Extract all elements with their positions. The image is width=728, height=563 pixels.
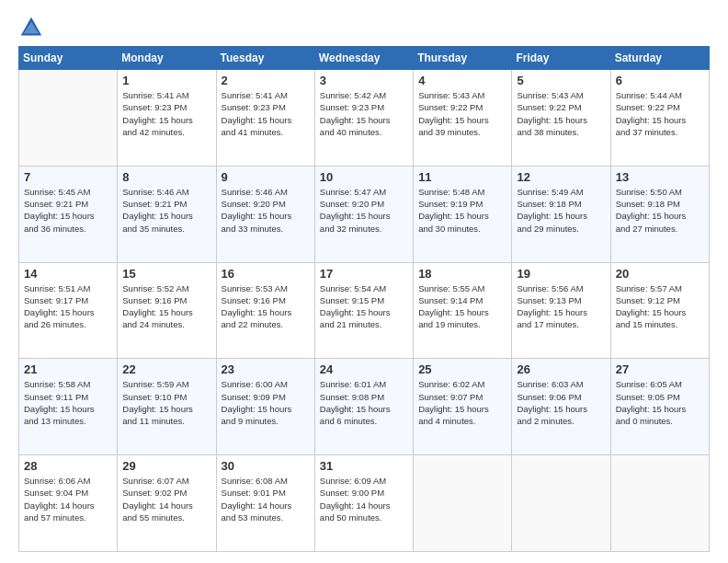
day-number: 12 [517,170,605,184]
calendar-cell: 5Sunrise: 5:43 AM Sunset: 9:22 PM Daylig… [512,70,610,167]
calendar-cell: 7Sunrise: 5:45 AM Sunset: 9:21 PM Daylig… [19,166,118,262]
day-number: 17 [320,267,408,281]
day-info: Sunrise: 6:09 AM Sunset: 9:00 PM Dayligh… [320,475,408,523]
day-number: 9 [222,170,310,184]
day-info: Sunrise: 5:57 AM Sunset: 9:12 PM Dayligh… [616,282,704,331]
day-info: Sunrise: 6:05 AM Sunset: 9:05 PM Dayligh… [616,378,704,427]
day-info: Sunrise: 5:49 AM Sunset: 9:18 PM Dayligh… [517,186,605,235]
day-info: Sunrise: 5:50 AM Sunset: 9:18 PM Dayligh… [616,186,704,235]
day-number: 19 [517,267,605,281]
day-number: 7 [24,170,112,184]
calendar-cell: 21Sunrise: 5:58 AM Sunset: 9:11 PM Dayli… [19,359,118,455]
day-number: 27 [616,362,704,376]
day-number: 25 [418,362,506,376]
day-info: Sunrise: 5:45 AM Sunset: 9:21 PM Dayligh… [24,186,112,235]
calendar-week-row: 14Sunrise: 5:51 AM Sunset: 9:17 PM Dayli… [19,262,710,359]
day-number: 22 [122,362,210,376]
calendar-cell: 12Sunrise: 5:49 AM Sunset: 9:18 PM Dayli… [512,166,610,262]
day-info: Sunrise: 5:42 AM Sunset: 9:23 PM Dayligh… [320,89,408,138]
day-info: Sunrise: 5:56 AM Sunset: 9:13 PM Dayligh… [517,282,605,331]
day-number: 24 [320,362,408,376]
day-info: Sunrise: 5:52 AM Sunset: 9:16 PM Dayligh… [122,282,210,331]
day-info: Sunrise: 6:01 AM Sunset: 9:08 PM Dayligh… [320,378,408,427]
header [18,15,710,40]
calendar-cell [512,455,610,552]
weekday-header-monday: Monday [118,47,216,70]
calendar-cell: 1Sunrise: 5:41 AM Sunset: 9:23 PM Daylig… [118,70,216,167]
day-number: 13 [616,170,704,184]
day-info: Sunrise: 5:41 AM Sunset: 9:23 PM Dayligh… [122,89,210,138]
calendar-cell: 2Sunrise: 5:41 AM Sunset: 9:23 PM Daylig… [216,70,314,167]
calendar-cell: 17Sunrise: 5:54 AM Sunset: 9:15 PM Dayli… [314,262,413,359]
day-number: 8 [122,170,210,184]
day-number: 14 [24,267,112,281]
day-number: 1 [122,74,210,87]
weekday-header-sunday: Sunday [19,47,118,70]
logo-icon [18,15,44,40]
day-info: Sunrise: 6:00 AM Sunset: 9:09 PM Dayligh… [222,378,310,427]
day-info: Sunrise: 5:54 AM Sunset: 9:15 PM Dayligh… [320,282,408,331]
day-number: 28 [24,459,112,473]
day-number: 2 [222,74,310,87]
calendar-cell: 6Sunrise: 5:44 AM Sunset: 9:22 PM Daylig… [610,70,709,167]
day-info: Sunrise: 6:07 AM Sunset: 9:02 PM Dayligh… [122,475,210,523]
calendar-cell [610,455,709,552]
day-info: Sunrise: 5:43 AM Sunset: 9:22 PM Dayligh… [517,89,605,138]
calendar-cell: 9Sunrise: 5:46 AM Sunset: 9:20 PM Daylig… [216,166,314,262]
calendar-cell: 22Sunrise: 5:59 AM Sunset: 9:10 PM Dayli… [118,359,216,455]
calendar-cell [19,70,118,167]
calendar-cell [414,455,512,552]
day-number: 4 [418,74,506,87]
day-info: Sunrise: 5:48 AM Sunset: 9:19 PM Dayligh… [418,186,506,235]
day-info: Sunrise: 6:03 AM Sunset: 9:06 PM Dayligh… [517,378,605,427]
calendar-cell: 15Sunrise: 5:52 AM Sunset: 9:16 PM Dayli… [118,262,216,359]
day-info: Sunrise: 5:41 AM Sunset: 9:23 PM Dayligh… [222,89,310,138]
weekday-header-wednesday: Wednesday [314,47,413,70]
calendar-cell: 30Sunrise: 6:08 AM Sunset: 9:01 PM Dayli… [216,455,314,552]
weekday-header-row: SundayMondayTuesdayWednesdayThursdayFrid… [19,47,710,70]
day-info: Sunrise: 5:58 AM Sunset: 9:11 PM Dayligh… [24,378,112,427]
day-number: 18 [418,267,506,281]
calendar-week-row: 28Sunrise: 6:06 AM Sunset: 9:04 PM Dayli… [19,455,710,552]
page: SundayMondayTuesdayWednesdayThursdayFrid… [0,0,728,563]
day-info: Sunrise: 6:06 AM Sunset: 9:04 PM Dayligh… [24,475,112,523]
day-number: 16 [222,267,310,281]
calendar-cell: 10Sunrise: 5:47 AM Sunset: 9:20 PM Dayli… [314,166,413,262]
calendar-cell: 18Sunrise: 5:55 AM Sunset: 9:14 PM Dayli… [414,262,512,359]
day-number: 31 [320,459,408,473]
weekday-header-friday: Friday [512,47,610,70]
day-info: Sunrise: 5:55 AM Sunset: 9:14 PM Dayligh… [418,282,506,331]
calendar-cell: 28Sunrise: 6:06 AM Sunset: 9:04 PM Dayli… [19,455,118,552]
day-number: 10 [320,170,408,184]
calendar-cell: 13Sunrise: 5:50 AM Sunset: 9:18 PM Dayli… [610,166,709,262]
calendar-cell: 14Sunrise: 5:51 AM Sunset: 9:17 PM Dayli… [19,262,118,359]
calendar-table: SundayMondayTuesdayWednesdayThursdayFrid… [18,46,710,552]
day-number: 23 [222,362,310,376]
day-number: 11 [418,170,506,184]
calendar-cell: 24Sunrise: 6:01 AM Sunset: 9:08 PM Dayli… [314,359,413,455]
calendar-cell: 8Sunrise: 5:46 AM Sunset: 9:21 PM Daylig… [118,166,216,262]
weekday-header-thursday: Thursday [414,47,512,70]
calendar-cell: 26Sunrise: 6:03 AM Sunset: 9:06 PM Dayli… [512,359,610,455]
weekday-header-saturday: Saturday [610,47,709,70]
day-number: 3 [320,74,408,87]
calendar-cell: 3Sunrise: 5:42 AM Sunset: 9:23 PM Daylig… [314,70,413,167]
logo [18,15,48,40]
calendar-week-row: 7Sunrise: 5:45 AM Sunset: 9:21 PM Daylig… [19,166,710,262]
calendar-week-row: 1Sunrise: 5:41 AM Sunset: 9:23 PM Daylig… [19,70,710,167]
day-number: 21 [24,362,112,376]
day-number: 30 [222,459,310,473]
calendar-cell: 20Sunrise: 5:57 AM Sunset: 9:12 PM Dayli… [610,262,709,359]
calendar-week-row: 21Sunrise: 5:58 AM Sunset: 9:11 PM Dayli… [19,359,710,455]
calendar-cell: 29Sunrise: 6:07 AM Sunset: 9:02 PM Dayli… [118,455,216,552]
day-number: 29 [122,459,210,473]
day-info: Sunrise: 5:53 AM Sunset: 9:16 PM Dayligh… [222,282,310,331]
day-info: Sunrise: 5:44 AM Sunset: 9:22 PM Dayligh… [616,89,704,138]
day-info: Sunrise: 6:08 AM Sunset: 9:01 PM Dayligh… [222,475,310,523]
calendar-cell: 25Sunrise: 6:02 AM Sunset: 9:07 PM Dayli… [414,359,512,455]
day-info: Sunrise: 5:46 AM Sunset: 9:20 PM Dayligh… [222,186,310,235]
day-number: 15 [122,267,210,281]
weekday-header-tuesday: Tuesday [216,47,314,70]
calendar-cell: 31Sunrise: 6:09 AM Sunset: 9:00 PM Dayli… [314,455,413,552]
calendar-cell: 19Sunrise: 5:56 AM Sunset: 9:13 PM Dayli… [512,262,610,359]
